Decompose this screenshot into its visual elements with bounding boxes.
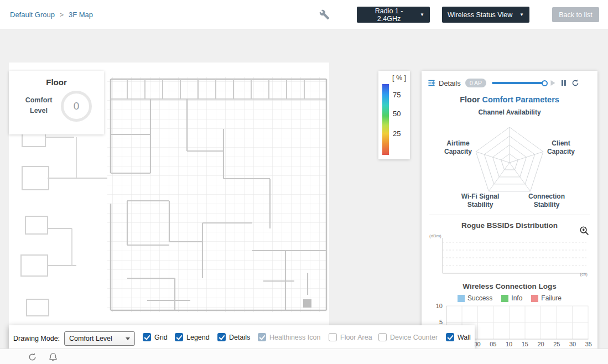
radar-axis-connection-stability: Connection Stability [523,193,570,209]
checkbox-icon [378,333,387,341]
checkbox-label: Legend [186,334,210,341]
refresh-icon[interactable] [571,79,579,87]
checkbox-device-counter: Device Counter [378,333,438,341]
comfort-radar-chart [427,117,593,195]
checkbox-floor-area: Floor Area [329,333,372,341]
footer-bar [0,349,608,364]
info-swatch [501,295,508,302]
logs-xtick: 35 [585,341,592,347]
connection-logs-title: Wireless Connection Logs [422,282,597,290]
legend-item-success: Success [458,294,492,302]
floor-card-title: Floor [9,77,104,87]
radio-select-dropdown[interactable]: Radio 1 - 2.4GHz ▼ [357,7,430,23]
bell-icon[interactable] [49,352,58,364]
scale-tick-50: 50 [393,110,401,118]
logs-xtick: 20 [538,341,544,347]
workspace: Floor Comfort Level 0 [ % ] 75 50 25 Det… [0,29,608,349]
logs-xtick: 10 [506,341,512,347]
pause-icon[interactable] [561,80,567,86]
details-title: Details [439,79,461,87]
scale-unit-label: [ % ] [392,74,406,82]
logs-xtick: 15 [522,341,528,347]
failure-swatch [531,295,538,302]
drawing-mode-select[interactable]: Comfort Level [64,331,135,346]
breadcrumb: Default Group > 3F Map [10,0,93,29]
topbar: Default Group > 3F Map Radio 1 - 2.4GHz … [0,0,608,29]
section-divider [429,215,590,215]
checkbox-wall[interactable]: Wall [446,333,471,341]
checkbox-icon [258,333,266,341]
success-swatch [458,295,465,302]
checkbox-icon [329,333,337,341]
logs-xtick: 00 [474,341,481,347]
checkbox-label: Grid [154,334,168,341]
rogue-chart-axes [433,235,588,278]
logs-legend: Success Info Failure [422,294,597,302]
map-shaft-block [303,299,311,308]
scale-tick-25: 25 [393,129,401,138]
scale-tick-75: 75 [393,91,401,99]
rogue-x-unit: (ch) [580,272,588,277]
details-panel-header: Details 0 AP [427,77,592,89]
logs-xtick: 05 [490,341,496,347]
timeline-slider[interactable] [492,82,545,84]
rogue-bssids-title: Rogue BSSIDs Distribution [422,221,597,230]
checkbox-icon [217,333,226,341]
drawing-mode-value: Comfort Level [69,335,112,342]
checkbox-grid[interactable]: Grid [143,333,168,341]
logs-ytick-10: 10 [433,303,443,309]
logs-ytick-5: 5 [433,319,443,325]
checkbox-icon [446,333,454,341]
radio-dropdown-label: Radio 1 - 2.4GHz [362,7,415,23]
success-label: Success [467,294,492,302]
breadcrumb-default-group[interactable]: Default Group [10,11,55,19]
timeline-slider-thumb[interactable] [542,80,548,86]
checkbox-icon [175,333,183,341]
legend-item-failure: Failure [531,294,562,302]
status-dropdown-label: Wireless Status View [448,11,512,19]
radar-axis-wifi-signal-stability: Wi-Fi Signal Stability [457,193,503,209]
breadcrumb-3f-map[interactable]: 3F Map [69,11,93,19]
wrench-icon[interactable] [319,9,330,22]
drawing-mode-label: Drawing Mode: [13,335,60,342]
heatmap-scale-legend: [ % ] 75 50 25 [378,71,410,159]
status-view-dropdown[interactable]: Wireless Status View ▼ [442,7,529,23]
breadcrumb-separator: > [60,11,64,19]
info-label: Info [511,294,522,302]
comfort-level-label: Comfort Level [21,95,56,116]
app-root: Default Group > 3F Map Radio 1 - 2.4GHz … [0,0,608,364]
checkbox-label: Healthiness Icon [269,334,320,341]
ap-count-badge: 0 AP [465,79,486,87]
reload-icon[interactable] [28,352,37,364]
details-panel: Details 0 AP Floor Comfort Parameters C [422,71,597,364]
play-icon[interactable] [550,80,556,86]
checkbox-details[interactable]: Details [217,333,250,341]
checkbox-icon [143,333,151,341]
rogue-bssids-chart: (dBm) (ch) [433,235,588,278]
dropdown-arrow-icon: ▼ [420,12,424,17]
map-light-walls [72,137,76,266]
failure-label: Failure [541,294,562,302]
collapse-panel-icon[interactable] [427,79,436,87]
legend-item-info: Info [501,294,522,302]
chevron-down-icon [126,337,130,340]
rogue-y-unit: (dBm) [429,233,441,238]
checkbox-healthiness-icon: Healthiness Icon [258,333,320,341]
floor-comfort-card: Floor Comfort Level 0 [9,71,104,134]
checkbox-label: Details [229,334,250,341]
map-left-wing [21,128,107,316]
radar-axis-channel-availability: Channel Availability [422,108,597,117]
comfort-parameters-title: Floor Comfort Parameters [422,95,597,104]
checkbox-label: Wall [458,334,471,341]
checkbox-label: Device Counter [390,334,438,341]
scale-gradient-bar [382,84,389,155]
checkbox-legend[interactable]: Legend [175,333,210,341]
comfort-title-rest: Comfort Parameters [480,95,559,104]
map-grid [107,77,327,312]
comfort-title-floor: Floor [460,95,480,104]
comfort-level-value: 0 [74,100,80,112]
logs-xtick: 30 [569,341,576,347]
back-to-list-button[interactable]: Back to list [552,7,599,22]
comfort-level-gauge: 0 [61,91,92,122]
logs-xtick: 25 [553,341,560,347]
